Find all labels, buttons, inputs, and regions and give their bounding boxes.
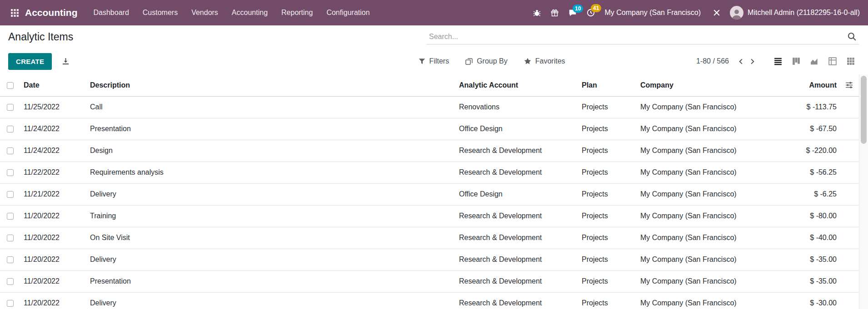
row-checkbox[interactable] [7, 191, 14, 198]
table-row[interactable]: 11/20/2022 Training Research & Developme… [0, 205, 859, 227]
column-header-account[interactable]: Analytic Account [455, 74, 578, 96]
cell-plan: Projects [578, 249, 637, 270]
table-row[interactable]: 11/21/2022 Delivery Office Design Projec… [0, 183, 859, 205]
cell-amount: $ -35.00 [794, 270, 839, 292]
upgrade-gift-icon[interactable] [546, 5, 564, 20]
support-tools-icon[interactable] [707, 5, 726, 20]
export-download-icon[interactable] [59, 55, 72, 68]
group-by-icon [465, 58, 473, 65]
cell-company: My Company (San Francisco) [637, 249, 794, 270]
menu-item-customers[interactable]: Customers [136, 1, 185, 25]
messages-icon[interactable]: 10 [564, 5, 582, 20]
row-checkbox[interactable] [7, 300, 14, 307]
cell-analytic-account: Research & Development [455, 292, 578, 309]
cell-amount: $ -67.50 [794, 118, 839, 140]
user-menu[interactable]: Mitchell Admin (21182295-16-0-all) [730, 6, 860, 20]
column-header-date[interactable]: Date [20, 74, 86, 96]
cell-description: Delivery [86, 292, 455, 309]
breadcrumb-search-row: Analytic Items [0, 25, 868, 48]
column-header-description[interactable]: Description [86, 74, 455, 96]
table-row[interactable]: 11/20/2022 Delivery Research & Developme… [0, 249, 859, 270]
cell-amount: $ -30.00 [794, 292, 839, 309]
cell-analytic-account: Research & Development [455, 140, 578, 162]
apps-menu-icon[interactable] [6, 5, 23, 20]
cell-company: My Company (San Francisco) [637, 205, 794, 227]
analytic-items-list: Date Description Analytic Account Plan C… [0, 74, 859, 309]
scrollbar-thumb[interactable] [861, 76, 867, 144]
cell-description: Requirements analysis [86, 162, 455, 183]
table-row[interactable]: 11/20/2022 On Site Visit Research & Deve… [0, 227, 859, 249]
pager-previous-icon[interactable] [735, 56, 747, 67]
debug-bug-icon[interactable] [528, 5, 546, 20]
row-checkbox[interactable] [7, 256, 14, 263]
table-row[interactable]: 11/22/2022 Requirements analysis Researc… [0, 162, 859, 183]
cell-date: 11/22/2022 [20, 162, 86, 183]
row-checkbox[interactable] [7, 213, 14, 220]
pager-next-icon[interactable] [747, 56, 758, 67]
cell-date: 11/24/2022 [20, 140, 86, 162]
main-menu: Dashboard Customers Vendors Accounting R… [87, 1, 377, 25]
cell-analytic-account: Research & Development [455, 249, 578, 270]
cell-date: 11/20/2022 [20, 205, 86, 227]
filters-button[interactable]: Filters [419, 57, 449, 65]
row-checkbox[interactable] [7, 278, 14, 285]
group-by-button[interactable]: Group By [465, 57, 508, 65]
cell-analytic-account: Office Design [455, 183, 578, 205]
menu-item-reporting[interactable]: Reporting [274, 1, 319, 25]
row-checkbox[interactable] [7, 235, 14, 241]
list-view-icon[interactable] [770, 55, 786, 68]
search-input[interactable] [429, 33, 843, 41]
menu-item-accounting[interactable]: Accounting [225, 1, 274, 25]
vertical-scrollbar[interactable] [859, 74, 868, 309]
row-checkbox[interactable] [7, 104, 14, 111]
filters-label: Filters [429, 57, 449, 65]
user-avatar [730, 6, 743, 20]
favorites-button[interactable]: Favorites [524, 57, 565, 65]
table-row[interactable]: 11/20/2022 Delivery Research & Developme… [0, 292, 859, 309]
pager-range: 1-80 / 566 [696, 57, 729, 65]
row-checkbox[interactable] [7, 147, 14, 154]
cell-description: Training [86, 205, 455, 227]
cell-analytic-account: Research & Development [455, 162, 578, 183]
column-header-amount[interactable]: Amount [794, 74, 839, 96]
table-row[interactable]: 11/25/2022 Call Renovations Projects My … [0, 96, 859, 118]
cell-description: Presentation [86, 118, 455, 140]
cell-amount: $ -6.25 [794, 183, 839, 205]
create-button[interactable]: CREATE [8, 53, 52, 70]
select-all-checkbox[interactable] [7, 82, 14, 89]
cell-amount: $ -56.25 [794, 162, 839, 183]
table-row[interactable]: 11/24/2022 Presentation Office Design Pr… [0, 118, 859, 140]
user-name: Mitchell Admin (21182295-16-0-all) [748, 9, 860, 17]
control-panel: CREATE Filters Group By Favorites 1-80 /… [0, 48, 868, 74]
cell-date: 11/25/2022 [20, 96, 86, 118]
optional-columns-icon[interactable] [843, 79, 855, 91]
search-icon[interactable] [848, 32, 856, 41]
activities-clock-icon[interactable]: 41 [582, 5, 600, 20]
row-checkbox[interactable] [7, 126, 14, 132]
cell-description: Design [86, 140, 455, 162]
cell-company: My Company (San Francisco) [637, 183, 794, 205]
cell-plan: Projects [578, 205, 637, 227]
cell-analytic-account: Research & Development [455, 270, 578, 292]
cell-description: Delivery [86, 249, 455, 270]
cell-analytic-account: Research & Development [455, 227, 578, 249]
search-options: Filters Group By Favorites [419, 57, 565, 65]
kanban-view-icon[interactable] [788, 55, 804, 68]
menu-item-vendors[interactable]: Vendors [185, 1, 225, 25]
app-name[interactable]: Accounting [25, 7, 78, 18]
column-header-plan[interactable]: Plan [578, 74, 637, 96]
row-checkbox[interactable] [7, 169, 14, 176]
dashboard-view-icon[interactable] [843, 55, 859, 68]
company-switcher[interactable]: My Company (San Francisco) [604, 9, 701, 17]
table-row[interactable]: 11/20/2022 Presentation Research & Devel… [0, 270, 859, 292]
page-title: Analytic Items [8, 31, 73, 43]
column-header-company[interactable]: Company [637, 74, 794, 96]
table-row[interactable]: 11/24/2022 Design Research & Development… [0, 140, 859, 162]
graph-view-icon[interactable] [806, 55, 823, 68]
menu-item-configuration[interactable]: Configuration [319, 1, 376, 25]
pivot-view-icon[interactable] [824, 55, 841, 68]
favorites-star-icon [524, 58, 531, 65]
cell-description: Presentation [86, 270, 455, 292]
cell-company: My Company (San Francisco) [637, 96, 794, 118]
menu-item-dashboard[interactable]: Dashboard [87, 1, 136, 25]
